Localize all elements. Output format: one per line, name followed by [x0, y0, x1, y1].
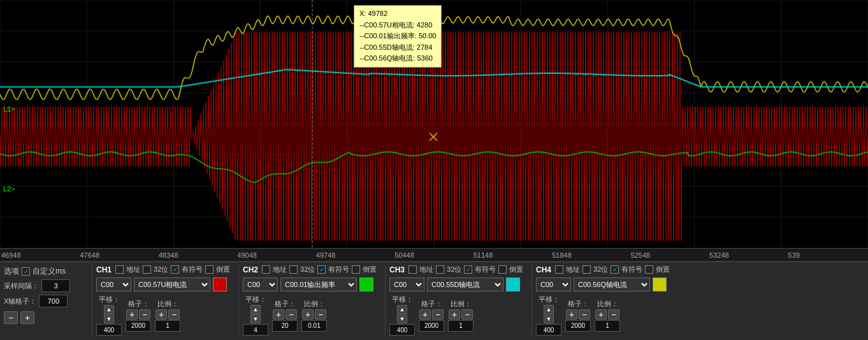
x-label-8: 52548: [631, 251, 709, 259]
ch-ch2-check-32位[interactable]: [289, 265, 298, 274]
ch-ch3-check-32位[interactable]: [436, 265, 444, 274]
ch-ch2-pingyi-input[interactable]: [243, 324, 268, 336]
ch-ch1-gezi-label: 格子：: [128, 299, 149, 309]
ch-ch4-gezi-input[interactable]: [565, 320, 591, 332]
ch-ch1-label-有符号: 有符号: [182, 265, 203, 274]
ch-ch4-check-地址[interactable]: [555, 265, 563, 274]
ch-ch1-pingyi-input[interactable]: [96, 324, 122, 336]
ch-ch4-pingyi-label: 平移：: [539, 295, 560, 304]
ch-ch1-check-有符号[interactable]: [171, 265, 179, 274]
ch-ch3-check-倒置[interactable]: [498, 265, 507, 274]
minus-button[interactable]: −: [4, 311, 18, 324]
ch-ch2-gezi-plus[interactable]: +: [273, 309, 284, 320]
ch-ch4-check-倒置[interactable]: [645, 265, 653, 274]
ch-ch2-color-box[interactable]: [359, 277, 373, 292]
ch-ch4-pingyi-down[interactable]: ▼: [544, 314, 554, 323]
ch-ch1-check-地址[interactable]: [115, 265, 124, 274]
tooltip-line1: --C00.57U相电流: 4280: [359, 20, 436, 31]
left-controls: 选项 自定义ms 采样间隔： X轴格子： − +: [4, 265, 87, 324]
ch-ch3-pingyi-label: 平移：: [392, 295, 413, 304]
ch-ch3-bili-minus[interactable]: −: [461, 309, 473, 320]
ch-ch1-label-倒置: 倒置: [216, 265, 230, 274]
ch-ch3-pingyi-down[interactable]: ▼: [397, 314, 407, 323]
ch-ch4-check-32位[interactable]: [582, 265, 591, 274]
ch-ch2-signal-select[interactable]: C00.01输出频率: [280, 277, 357, 292]
ch-title-ch3: CH3: [389, 265, 405, 274]
ch-ch1-check-倒置[interactable]: [205, 265, 213, 274]
ch-ch3-addr-select[interactable]: C00: [389, 277, 424, 292]
x-label-9: 53248: [709, 251, 788, 259]
xgrid-label: X轴格子：: [4, 297, 36, 306]
ch-ch2-label-有符号: 有符号: [328, 265, 349, 274]
ch-ch3-check-有符号[interactable]: [464, 265, 472, 274]
ch-ch3-bili-plus[interactable]: +: [449, 309, 460, 320]
ch-ch4-gezi-minus[interactable]: −: [579, 309, 590, 320]
ch-ch1-pingyi-up[interactable]: ▲: [104, 305, 114, 314]
ch-ch1-bili-minus[interactable]: −: [168, 309, 180, 320]
custom-ms-label: 自定义ms: [33, 266, 66, 277]
ch-ch2-pingyi-down[interactable]: ▼: [250, 314, 261, 323]
ch-ch2-check-地址[interactable]: [262, 265, 270, 274]
ch-ch4-color-box[interactable]: [653, 277, 667, 292]
custom-ms-checkbox[interactable]: [22, 267, 30, 276]
ch-ch3-gezi-plus[interactable]: +: [419, 309, 431, 320]
ch-ch1-signal-select[interactable]: C00.57U相电流: [134, 277, 210, 292]
ch-ch3-pingyi-input[interactable]: [389, 324, 415, 336]
l2-marker: L2>: [3, 185, 15, 193]
ch-ch4-bili-minus[interactable]: −: [608, 309, 619, 320]
ch-ch1-pingyi-down[interactable]: ▼: [104, 314, 114, 323]
ch-title-ch2: CH2: [243, 265, 258, 274]
ch-ch4-label-倒置: 倒置: [656, 265, 670, 274]
ch-ch1-check-32位[interactable]: [143, 265, 151, 274]
ch-ch2-gezi-label: 格子：: [275, 299, 296, 309]
ch-ch4-signal-select[interactable]: C00.56Q轴电流: [574, 277, 650, 292]
ch-ch3-gezi-minus[interactable]: −: [432, 309, 444, 320]
plus-button[interactable]: +: [20, 311, 34, 324]
ch-ch4-label-32位: 32位: [593, 265, 608, 274]
ch-ch3-gezi-input[interactable]: [419, 320, 444, 332]
ch-ch2-pingyi-up[interactable]: ▲: [250, 305, 261, 314]
ch-ch4-gezi-plus[interactable]: +: [566, 309, 577, 320]
ch-ch4-pingyi-input[interactable]: [536, 324, 561, 336]
x-label-3: 49048: [237, 251, 315, 259]
channels-container: CH1地址32位有符号倒置C00C00.57U相电流平移：▲▼格子：+−比例：+…: [92, 265, 864, 336]
ch-ch3-pingyi-up[interactable]: ▲: [397, 305, 407, 314]
ch-ch3-label-地址: 地址: [419, 265, 433, 274]
sample-input[interactable]: [41, 279, 70, 292]
option-label: 选项: [4, 266, 19, 277]
x-label-4: 49748: [316, 251, 394, 259]
ch-ch1-addr-select[interactable]: C00: [96, 277, 131, 292]
ch-ch3-signal-select[interactable]: C00.55D轴电流: [427, 277, 503, 292]
ch-ch1-bili-label: 比例：: [157, 299, 178, 309]
ch-ch3-color-box[interactable]: [506, 277, 520, 292]
channel-block-ch4: CH4地址32位有符号倒置C00C00.56Q轴电流平移：▲▼格子：+−比例：+…: [532, 265, 678, 336]
ch-ch2-check-有符号[interactable]: [317, 265, 326, 274]
x-label-6: 51148: [474, 251, 552, 259]
ch-ch2-addr-select[interactable]: C00: [243, 277, 278, 292]
ch-ch1-gezi-minus[interactable]: −: [139, 309, 150, 320]
ch-ch3-check-地址[interactable]: [409, 265, 417, 274]
ch-ch2-bili-minus[interactable]: −: [315, 309, 326, 320]
channel-block-ch1: CH1地址32位有符号倒置C00C00.57U相电流平移：▲▼格子：+−比例：+…: [92, 265, 238, 336]
ch-ch1-bili-input[interactable]: [155, 320, 180, 332]
ch-title-ch1: CH1: [96, 265, 112, 274]
ch-ch2-gezi-minus[interactable]: −: [286, 309, 297, 320]
ch-ch4-check-有符号[interactable]: [611, 265, 619, 274]
ch-ch1-color-box[interactable]: [213, 277, 227, 292]
ch-ch1-gezi-input[interactable]: [126, 320, 151, 332]
ch-ch4-pingyi-up[interactable]: ▲: [544, 305, 554, 314]
ch-ch4-addr-select[interactable]: C00: [536, 277, 571, 292]
x-label-2: 48348: [159, 251, 237, 259]
ch-ch4-bili-input[interactable]: [595, 320, 620, 332]
ch-ch2-bili-input[interactable]: [301, 320, 327, 332]
chart-area: X: 49782 --C00.57U相电流: 4280 --C00.01输出频率…: [0, 0, 868, 249]
ch-ch2-bili-plus[interactable]: +: [302, 309, 314, 320]
xgrid-input[interactable]: [39, 295, 68, 307]
ch-ch1-gezi-plus[interactable]: +: [126, 309, 138, 320]
ch-ch4-bili-plus[interactable]: +: [595, 309, 607, 320]
ch-ch1-bili-plus[interactable]: +: [156, 309, 167, 320]
ch-ch2-gezi-input[interactable]: [272, 320, 298, 332]
channel-block-ch2: CH2地址32位有符号倒置C00C00.01输出频率平移：▲▼格子：+−比例：+…: [238, 265, 385, 336]
ch-ch3-bili-input[interactable]: [448, 320, 474, 332]
ch-ch2-check-倒置[interactable]: [352, 265, 360, 274]
